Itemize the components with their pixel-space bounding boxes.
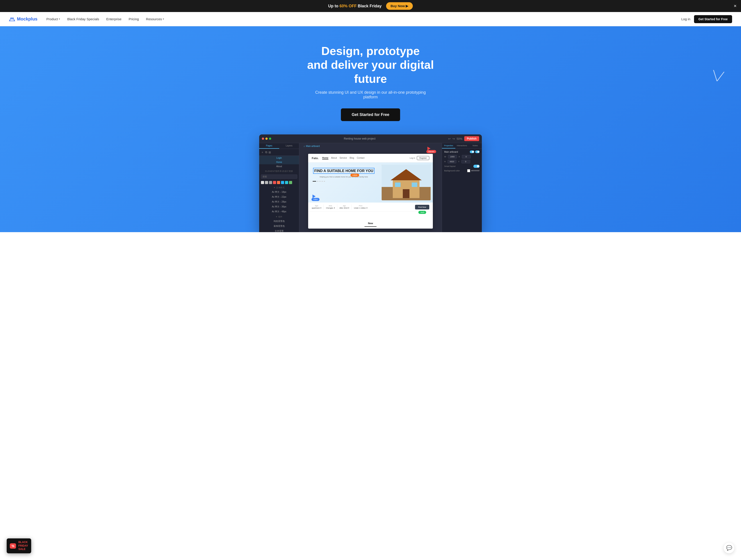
banner-text: Up to 60% OFF Black Friday — [328, 4, 382, 8]
get-started-button[interactable]: Get Started for Free — [694, 15, 732, 23]
filter-price: Price Under 1 million ▾ — [354, 205, 367, 209]
panel-height-value[interactable]: 4920 — [448, 160, 457, 163]
text-style-18[interactable]: Ac 苹方 - 18px — [259, 190, 299, 195]
hero-subtitle: Create stunning UI and UX design in our … — [315, 90, 426, 99]
find-now-button[interactable]: Find Now — [415, 205, 429, 209]
slider-dot-3 — [319, 181, 321, 182]
panel-x-value[interactable]: 0 — [462, 155, 471, 158]
panel-view-toggle-2[interactable] — [475, 150, 480, 153]
filter-age-chevron-icon: ▾ — [348, 207, 349, 209]
artboard-label: ⌂ Main artboard — [304, 145, 320, 147]
sidebar-page-about[interactable]: About — [259, 164, 299, 168]
bg-color-value: #FFFFFF — [471, 169, 480, 172]
text-style-48[interactable]: Ac 苹方 - 48px — [259, 209, 299, 214]
sidebar-search — [259, 173, 299, 180]
hero-section: Design, prototype and deliver your digit… — [0, 26, 741, 232]
hero-cta-button[interactable]: Get Started for Free — [341, 109, 400, 121]
nav-item-product[interactable]: Product ▾ — [46, 17, 60, 21]
search-sidebar-icon[interactable]: ⊞ — [269, 151, 271, 154]
artboard-hero-subtitle: Helping you find a suitable home for you… — [313, 176, 375, 178]
nav-item-pricing[interactable]: Pricing — [129, 17, 139, 21]
banner-buy-button[interactable]: Buy Now ▶ — [386, 2, 413, 10]
artboard-filter-bar: Type apartment ▾ Area Chengdu — [308, 203, 433, 212]
add-page-icon[interactable]: ＋ — [261, 150, 264, 154]
nav-item-black-friday[interactable]: Black Friday Specials — [67, 17, 99, 21]
banner-close-button[interactable]: × — [734, 3, 737, 9]
app-screenshot: Renting house web project ↩ ↪ 50% Publis… — [259, 134, 482, 232]
color-swatch-7 — [285, 181, 288, 184]
comment-adele: Adele — [350, 173, 359, 177]
zoom-level[interactable]: 50% — [457, 137, 463, 140]
color-swatch-2 — [265, 181, 268, 184]
right-panel-tab-interactions[interactable]: Interactions — [455, 143, 469, 148]
sidebar-page-login[interactable]: Login — [259, 156, 299, 160]
component-item-2[interactable]: 装饰背景色 — [259, 224, 299, 228]
nav-links: Product ▾ Black Friday Specials Enterpri… — [46, 17, 681, 21]
logo[interactable]: Mockplus — [9, 16, 38, 21]
sidebar-actions: ＋ ⧉ ⊞ — [259, 149, 299, 156]
component-label: ✦ 组件 — [259, 214, 299, 219]
artboard-nav-actions: Log in Register — [410, 156, 429, 160]
panel-y-value[interactable]: 0 — [461, 160, 470, 163]
redo-icon[interactable]: ↪ — [453, 137, 455, 140]
app-titlebar: Renting house web project ↩ ↪ 50% Publis… — [259, 134, 482, 143]
app-canvas: ⌂ Main artboard Steven Fato. Home — [299, 143, 442, 232]
right-panel-tab-properties[interactable]: Properties — [442, 143, 455, 148]
logo-icon — [9, 17, 15, 21]
sidebar-tab-pages[interactable]: Pages — [259, 143, 279, 149]
artboard-hero-title: FIND A SUITABLE HOME FOR YOU — [313, 168, 375, 174]
maximize-window-button[interactable] — [269, 138, 271, 140]
close-window-button[interactable] — [262, 138, 264, 140]
artboard-new-label: New — [364, 220, 377, 227]
nav-item-enterprise[interactable]: Enterprise — [106, 17, 121, 21]
artboard-nav-about: About — [331, 157, 337, 159]
panel-artboard-title: Main artboard — [444, 150, 480, 153]
filter-age: Age After 2018 ▾ — [340, 205, 349, 209]
duplicate-icon[interactable]: ⧉ — [265, 150, 267, 154]
sidebar-tab-layers[interactable]: Layers — [279, 143, 299, 149]
nav-actions: Log in Get Started for Free — [681, 15, 732, 23]
artboard-nav-contact: Contact — [357, 157, 364, 159]
minimize-window-button[interactable] — [265, 138, 268, 140]
smart-layout-toggle[interactable] — [473, 165, 480, 168]
panel-width-value[interactable]: 1900 — [448, 155, 457, 158]
sidebar-tabs: Pages Layers — [259, 143, 299, 149]
component-item-3[interactable]: 文本背景 — [259, 228, 299, 232]
artboard-nav-home: Home — [322, 157, 328, 159]
filter-type-chevron-icon: ▾ — [320, 207, 321, 209]
slider-dot-2 — [317, 181, 318, 182]
slider-dot-active — [313, 181, 316, 182]
comment-jack: Jack — [418, 211, 426, 214]
squiggle-decoration: ╲╱ — [712, 70, 724, 82]
filter-price-chevron-icon: ▾ — [366, 207, 367, 209]
svg-rect-6 — [403, 189, 409, 198]
cursor-steven: Steven — [426, 146, 436, 153]
artboard: Fato. Home About Service Blog Contact Lo… — [308, 154, 433, 228]
publish-button[interactable]: Publish — [464, 136, 479, 141]
text-style-22[interactable]: Ac 苹方 - 22px — [259, 195, 299, 199]
component-search-input[interactable] — [261, 174, 297, 179]
text-style-28[interactable]: Ac 苹方 - 28px — [259, 199, 299, 204]
component-item-1[interactable]: 纯色背景色 — [259, 219, 299, 224]
sidebar-page-home[interactable]: Home — [259, 160, 299, 164]
slider-dot-5 — [324, 181, 325, 182]
right-panel-tab-notes[interactable]: Notes — [468, 143, 482, 148]
artboard-navbar: Fato. Home About Service Blog Contact Lo… — [308, 154, 433, 162]
logo-text: Mockplus — [17, 16, 38, 21]
undo-icon[interactable]: ↩ — [448, 137, 451, 140]
right-panel-tabs: Properties Interactions Notes — [442, 143, 482, 149]
artboard-logo: Fato. — [312, 156, 319, 160]
bg-color-swatch[interactable]: #FFFFFF — [467, 169, 480, 172]
component-library-label: Element组件库·的设计资源 — [259, 168, 299, 173]
top-banner: Up to 60% OFF Black Friday Buy Now ▶ × — [0, 0, 741, 12]
product-chevron-icon: ▾ — [59, 17, 60, 20]
color-swatch-1 — [261, 181, 264, 184]
app-right-panel: Properties Interactions Notes Main artbo… — [442, 143, 482, 232]
svg-rect-8 — [412, 183, 417, 187]
nav-item-resources[interactable]: Resources ▾ — [146, 17, 164, 21]
color-swatch-6 — [281, 181, 284, 184]
panel-view-toggle-1[interactable] — [470, 150, 474, 153]
text-style-36[interactable]: Ac 苹方 - 36px — [259, 204, 299, 209]
text-style-label: ✦ 文本样式 — [259, 185, 299, 190]
login-button[interactable]: Log in — [681, 17, 690, 21]
